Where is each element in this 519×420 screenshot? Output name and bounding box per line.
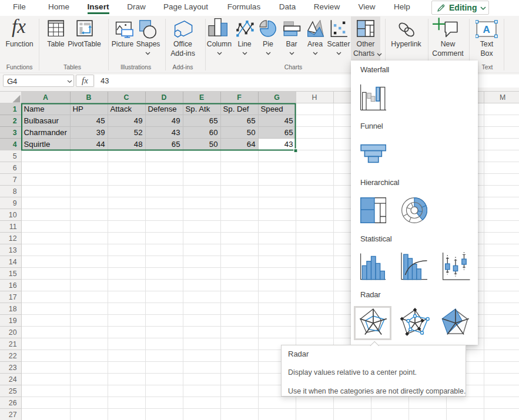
svg-text:44: 44	[96, 140, 105, 149]
svg-text:65: 65	[247, 116, 256, 125]
svg-text:65: 65	[209, 116, 218, 125]
svg-text:Defense: Defense	[148, 105, 177, 113]
svg-text:60: 60	[209, 128, 218, 137]
svg-text:Bulbasaur: Bulbasaur	[24, 116, 59, 125]
svg-text:6: 6	[13, 164, 17, 172]
svg-text:13: 13	[9, 246, 17, 254]
svg-text:M: M	[500, 93, 505, 102]
svg-text:20: 20	[9, 328, 17, 337]
svg-text:Charmander: Charmander	[24, 128, 68, 137]
svg-text:A: A	[483, 24, 490, 35]
svg-text:4: 4	[13, 140, 17, 149]
svg-text:21: 21	[9, 340, 17, 348]
svg-text:Sp. Def: Sp. Def	[223, 105, 249, 113]
svg-text:23: 23	[9, 364, 17, 372]
svg-text:12: 12	[9, 234, 17, 243]
svg-text:52: 52	[134, 128, 143, 137]
svg-text:65: 65	[284, 128, 293, 137]
svg-text:HP: HP	[73, 105, 84, 113]
svg-text:Squirtle: Squirtle	[24, 140, 51, 149]
svg-text:16: 16	[9, 281, 17, 290]
svg-text:26: 26	[9, 399, 17, 407]
svg-text:2: 2	[13, 117, 17, 125]
svg-text:H: H	[312, 93, 317, 102]
svg-text:1: 1	[13, 105, 17, 113]
svg-text:E: E	[199, 93, 204, 102]
svg-text:39: 39	[96, 128, 105, 137]
svg-text:24: 24	[9, 375, 17, 384]
svg-text:10: 10	[9, 211, 17, 219]
svg-text:45: 45	[96, 116, 105, 125]
svg-text:43: 43	[284, 140, 293, 149]
svg-text:F: F	[237, 93, 242, 102]
svg-text:G: G	[274, 93, 280, 102]
svg-text:27: 27	[9, 411, 17, 419]
svg-text:Speed: Speed	[261, 105, 283, 113]
svg-text:22: 22	[9, 352, 17, 360]
svg-text:C: C	[124, 93, 129, 102]
svg-text:19: 19	[9, 317, 17, 325]
svg-text:50: 50	[209, 140, 218, 149]
svg-text:45: 45	[284, 116, 293, 125]
svg-text:11: 11	[9, 223, 17, 231]
svg-text:48: 48	[134, 140, 143, 149]
svg-text:8: 8	[13, 187, 17, 196]
svg-text:50: 50	[247, 128, 256, 137]
svg-text:49: 49	[172, 116, 180, 125]
svg-text:49: 49	[134, 116, 143, 125]
svg-text:65: 65	[172, 140, 180, 149]
svg-text:3: 3	[13, 129, 17, 137]
svg-text:Sp. Atk: Sp. Atk	[186, 105, 210, 113]
svg-text:Attack: Attack	[111, 105, 132, 113]
svg-text:7: 7	[13, 176, 17, 184]
svg-text:15: 15	[9, 270, 17, 278]
svg-text:64: 64	[247, 140, 256, 149]
svg-text:Name: Name	[24, 105, 45, 113]
svg-text:5: 5	[13, 152, 17, 160]
svg-text:17: 17	[9, 293, 17, 301]
svg-text:18: 18	[9, 305, 17, 313]
svg-text:A: A	[43, 93, 48, 102]
svg-text:B: B	[86, 93, 92, 102]
svg-text:25: 25	[9, 387, 17, 395]
svg-text:14: 14	[9, 258, 17, 266]
svg-text:D: D	[162, 93, 167, 102]
svg-text:43: 43	[172, 128, 180, 137]
svg-text:9: 9	[13, 199, 17, 207]
